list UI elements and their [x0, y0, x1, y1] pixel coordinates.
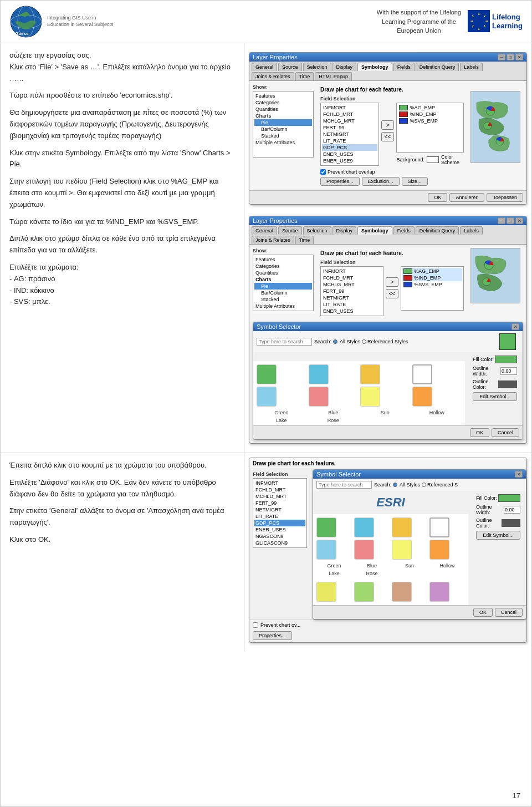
bar-column-item[interactable]: Bar/Column [254, 126, 312, 133]
d2-bar[interactable]: Bar/Column [254, 290, 312, 296]
sel-ag-emp[interactable]: %AG_EMP [398, 104, 462, 111]
b-infmort[interactable]: INFMORT [254, 480, 305, 486]
min-icon-2[interactable]: ─ [498, 217, 505, 224]
pie-item[interactable]: Pie [254, 119, 312, 126]
d2-fert[interactable]: FERT_99 [322, 288, 382, 295]
d2-remove-btn[interactable]: << [386, 289, 399, 298]
features-item[interactable]: Features [254, 93, 312, 99]
b-outline-width[interactable] [504, 506, 520, 514]
field-litrate[interactable]: LIT_RATE [322, 138, 377, 144]
d2-defquery[interactable]: Definition Query [416, 226, 459, 235]
d2-stacked[interactable]: Stacked [254, 296, 312, 303]
minimize-icon[interactable]: ─ [498, 54, 505, 60]
sym-hollow[interactable] [412, 364, 432, 384]
sym-orange[interactable] [412, 387, 432, 407]
tab-html[interactable]: HTML Popup [315, 72, 352, 80]
quantities-item[interactable]: Quantities [254, 106, 312, 113]
sym-lake[interactable] [257, 387, 277, 407]
b-glic[interactable]: GLICASCON9 [254, 540, 305, 546]
d2-display[interactable]: Display [332, 226, 357, 235]
b-fert[interactable]: FERT_99 [254, 500, 305, 506]
b-ok-btn[interactable]: OK [473, 608, 493, 617]
d2-pie[interactable]: Pie [254, 283, 312, 290]
sym-cancel-btn[interactable]: Cancel [492, 428, 519, 437]
remove-field-button[interactable]: << [381, 132, 395, 141]
d2-add-btn[interactable]: > [386, 277, 399, 287]
d2-time[interactable]: Time [295, 236, 314, 244]
d2-charts[interactable]: Charts [254, 276, 312, 283]
b-sym-p[interactable] [429, 582, 449, 602]
add-field-button[interactable]: > [381, 120, 395, 130]
field-ngas[interactable]: ENER_USE9 [322, 158, 377, 164]
b-sym-green[interactable] [316, 517, 336, 537]
b-prevent-checkbox[interactable] [253, 622, 258, 628]
d2-source[interactable]: Source [278, 226, 302, 235]
bottom-search-input[interactable] [316, 481, 372, 489]
b-sym-yellow[interactable] [392, 540, 412, 560]
d2-sel-ag[interactable]: %AG_EMP [402, 268, 462, 275]
field-fchld[interactable]: FCHLD_MRT [322, 111, 377, 118]
exclusion-button[interactable]: Exclusion... [362, 177, 400, 186]
d2-multi[interactable]: Multiple Attributes [254, 303, 312, 309]
sym-yellow[interactable] [360, 387, 380, 407]
close-icon-2[interactable]: ✕ [515, 217, 523, 224]
d2-sel-svs[interactable]: %SVS_EMP [402, 281, 462, 288]
d2-general[interactable]: General [252, 226, 277, 235]
tab-source[interactable]: Source [278, 63, 302, 71]
b-properties-btn[interactable]: Properties... [253, 631, 292, 640]
edit-symbol-button[interactable]: Edit Symbol... [473, 392, 517, 401]
b-gdp[interactable]: GDP_PCS [254, 520, 305, 526]
tab-symbology[interactable]: Symbology [357, 63, 392, 71]
tab-time[interactable]: Time [295, 72, 314, 80]
tab-joins[interactable]: Joins & Relates [252, 72, 294, 80]
sym-blue[interactable] [309, 364, 329, 384]
b-outline-swatch[interactable] [502, 519, 520, 527]
b-sym-br[interactable] [392, 582, 412, 602]
b-sym-rose[interactable] [354, 540, 374, 560]
d2-lit[interactable]: LIT_RATE [322, 301, 382, 308]
b-sym-hollow[interactable] [429, 517, 449, 537]
sym-green[interactable] [257, 364, 277, 384]
fill-color-swatch[interactable] [495, 356, 517, 363]
d2-joins[interactable]: Joins & Relates [252, 236, 294, 244]
field-ener[interactable]: ENER_USES [322, 151, 377, 158]
b-cancel-btn[interactable]: Cancel [495, 608, 523, 617]
b-netmigrt[interactable]: NETMIGRT [254, 506, 305, 513]
sym-ok-btn[interactable]: OK [470, 428, 489, 437]
b-fchld[interactable]: FCHLD_MRT [254, 486, 305, 493]
maximize-icon[interactable]: □ [507, 54, 514, 60]
d2-mchlg[interactable]: MCHLG_MRT [322, 281, 382, 288]
annuleren-button-1[interactable]: Annuleren [449, 193, 484, 202]
d2-infmort[interactable]: INFMORT [322, 268, 382, 275]
close-icon[interactable]: ✕ [515, 54, 523, 60]
field-fert[interactable]: FERT_99 [322, 124, 377, 131]
b-sym-orange[interactable] [429, 540, 449, 560]
b-edit-symbol-btn[interactable]: Edit Symbol... [476, 531, 520, 540]
multiple-attributes-item[interactable]: Multiple Attributes [254, 139, 312, 146]
b-ener[interactable]: ENER_USES [254, 526, 305, 533]
field-infmort[interactable]: INFMORT [322, 104, 377, 111]
d2-ener[interactable]: ENER_USES [322, 308, 382, 314]
d2-labels[interactable]: Labels [460, 226, 483, 235]
field-netmigrt[interactable]: NETMIGRT [322, 131, 377, 138]
b-sym-g2[interactable] [354, 582, 374, 602]
tab-labels[interactable]: Labels [460, 63, 483, 71]
d2-quantities[interactable]: Quantities [254, 270, 312, 276]
b-ngas[interactable]: NGASCON9 [254, 533, 305, 540]
d2-net[interactable]: NETMIGRT [322, 295, 382, 301]
properties-button[interactable]: Properties... [320, 177, 360, 186]
d2-fchld[interactable]: FCHLD_MRT [322, 275, 382, 281]
ok-button-1[interactable]: OK [428, 193, 447, 202]
sym-close-icon[interactable]: ✕ [511, 323, 519, 330]
b-litrate[interactable]: LIT_RATE [254, 513, 305, 520]
toepassen-button-1[interactable]: Toepassen [487, 193, 523, 202]
d2-fields[interactable]: Fields [393, 226, 415, 235]
categories-item[interactable]: Categories [254, 99, 312, 106]
stacked-item[interactable]: Stacked [254, 133, 312, 139]
d2-symbology[interactable]: Symbology [357, 226, 392, 235]
sel-svs-emp[interactable]: %SVS_EMP [398, 118, 462, 124]
tab-selection[interactable]: Selection [303, 63, 331, 71]
sym-rose[interactable] [309, 387, 329, 407]
b-sym-blue[interactable] [354, 517, 374, 537]
symbol-search-input[interactable] [257, 338, 312, 346]
